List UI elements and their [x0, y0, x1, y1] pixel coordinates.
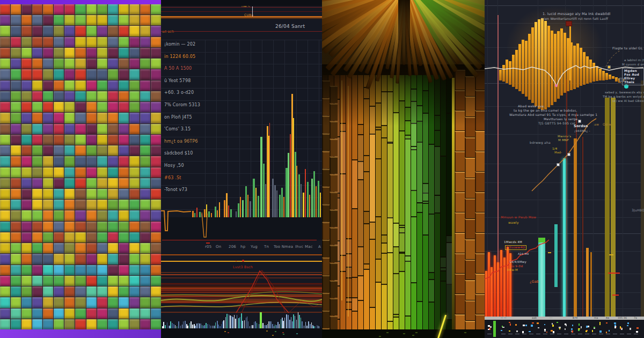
watchlist-row[interactable]: A 50 A 1500 — [161, 64, 204, 76]
mosaic-cell — [32, 286, 42, 297]
mosaic-cell — [108, 37, 118, 47]
micro-bar — [296, 320, 297, 328]
taskbar-icon[interactable] — [557, 322, 562, 336]
watchlist-row[interactable]: +60. 3 o-d20 — [161, 88, 204, 100]
mosaic-cell — [140, 4, 150, 14]
mosaic-cell — [86, 48, 97, 58]
grid-hline — [161, 197, 322, 198]
taskbar-icon[interactable] — [633, 322, 639, 336]
taskbar-icon[interactable] — [508, 322, 513, 336]
wall-block — [330, 192, 338, 209]
watchlist-row[interactable]: û Yeot 5798 — [161, 76, 204, 88]
annotation: sabad y, bawwacds aby wey pA. Tll — [605, 91, 644, 94]
mosaic-cell — [119, 222, 129, 232]
watchlist-row[interactable]: #63 .St — [161, 173, 204, 185]
mosaic-cell — [86, 276, 97, 286]
wall-block — [330, 157, 338, 174]
mosaic-cell — [151, 319, 161, 329]
mosaic-cell — [119, 297, 129, 307]
mosaic-cell — [75, 210, 85, 221]
wall-block — [322, 311, 330, 328]
wall-block — [475, 151, 485, 171]
mountain-bar — [573, 46, 576, 89]
wall-block — [330, 174, 338, 192]
value-column — [574, 138, 577, 318]
mosaic-cell — [43, 200, 53, 210]
taskbar-icon[interactable] — [598, 322, 604, 336]
mosaic-cell — [151, 178, 161, 188]
icon-pixel — [553, 331, 554, 333]
taskbar-icon[interactable] — [619, 322, 625, 336]
watchlist-row[interactable]: 7% Corom 5313 — [161, 100, 204, 112]
taskbar-icon[interactable] — [570, 322, 576, 336]
wall-block — [330, 281, 338, 298]
watchlist-row[interactable]: ¡komin — 202 — [161, 40, 204, 52]
watchlist-row[interactable]: on Ploñ J4T5 — [161, 113, 204, 124]
wall-block — [475, 172, 485, 192]
icon-pixel — [546, 332, 547, 333]
wall-block — [455, 274, 465, 293]
footer-speck — [275, 331, 276, 332]
streak-line — [161, 274, 322, 275]
icon-pixel — [592, 330, 593, 332]
taskbar-icon[interactable] — [529, 322, 534, 336]
mosaic-cell — [108, 80, 118, 91]
taskbar-icon[interactable] — [515, 322, 520, 336]
mosaic-cell — [151, 297, 161, 307]
watchlist-row[interactable]: 'Coms' 3.15 — [161, 124, 204, 136]
mosaic-cell — [108, 113, 118, 123]
axis-label: Ihvc — [295, 245, 303, 249]
mosaic-cell — [11, 4, 21, 14]
taskbar-icon[interactable] — [605, 322, 611, 336]
mosaic-cell — [11, 145, 21, 156]
taskbar-icon[interactable] — [522, 322, 527, 336]
taskbar-icon[interactable] — [501, 322, 506, 336]
taskbar-icon[interactable] — [550, 322, 555, 336]
footer-speck — [379, 336, 381, 337]
watchlist-row[interactable]: -Tonot v73 — [161, 185, 204, 197]
axis-label: A — [318, 245, 321, 249]
mosaic-cell — [140, 135, 150, 145]
mosaic-cell — [97, 156, 107, 166]
mosaic-cell — [129, 15, 140, 25]
watchlist-row[interactable]: hm¿t oa 96TP6 — [161, 137, 204, 149]
taskbar-icon[interactable] — [591, 322, 597, 336]
signal-dot — [242, 260, 244, 262]
mountain-bar — [531, 27, 534, 103]
watchlist-row[interactable]: in 1224 60.05 — [161, 52, 204, 64]
taskbar-icon[interactable] — [543, 322, 548, 336]
taskbar-icon[interactable] — [536, 322, 541, 336]
volume-bar — [269, 123, 270, 217]
mosaic-cell — [64, 210, 75, 221]
taskbar-icon[interactable] — [487, 322, 492, 336]
annotation: Od-w — [603, 123, 611, 127]
mosaic-cell — [64, 319, 75, 329]
mosaic-cell — [11, 102, 21, 112]
taskbar-icon[interactable] — [584, 322, 590, 336]
taskbar-icon[interactable] — [612, 322, 618, 336]
watchlist-row[interactable]: Hosy ,50 — [161, 161, 204, 173]
micro-bar — [279, 324, 280, 328]
grid-hline — [485, 106, 644, 107]
icon-pixel — [572, 330, 573, 333]
watchlist-row[interactable]: sàdcbod $10 — [161, 149, 204, 160]
mosaic-cell — [140, 286, 150, 297]
mosaic-cell — [86, 124, 97, 134]
mosaic-cell — [151, 265, 161, 275]
taskbar-icon[interactable] — [577, 322, 583, 336]
taskbar-icon[interactable] — [626, 322, 632, 336]
wall-block — [455, 172, 465, 192]
micro-bar — [244, 320, 245, 328]
taskbar-icon[interactable] — [564, 322, 569, 336]
mosaic-cell — [129, 91, 140, 101]
mosaic-cell — [119, 145, 129, 156]
icon-pixel — [636, 327, 639, 329]
volume-bar — [318, 181, 319, 217]
mosaic-bottom-strip — [0, 329, 161, 338]
icon-pixel — [509, 330, 510, 332]
mosaic-cell — [129, 135, 140, 145]
mosaic-cell — [0, 265, 10, 275]
mosaic-cell — [21, 91, 32, 101]
micro-bar — [281, 319, 282, 328]
mosaic-cell — [97, 189, 107, 199]
